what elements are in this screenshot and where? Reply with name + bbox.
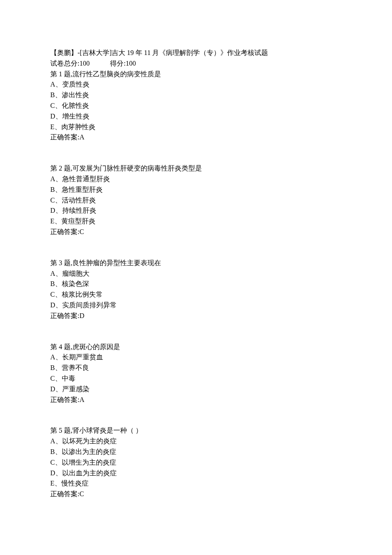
answer-line: 正确答案:D <box>50 311 342 321</box>
answer-value: C <box>79 490 84 497</box>
question-option: D、实质间质排列异常 <box>50 300 342 311</box>
question-option: D、严重感染 <box>50 384 342 395</box>
total-score-label: 试卷总分: <box>50 60 79 67</box>
question-block: 第 1 题,流行性乙型脑炎的病变性质是 A、变质性炎 B、渗出性炎 C、化脓性炎… <box>50 69 342 143</box>
total-score-value: 100 <box>79 60 89 67</box>
obtained-score-label: 得分: <box>110 60 125 67</box>
exam-title: 【奥鹏】-[吉林大学]吉大 19 年 11 月《病理解剖学（专）》作业考核试题 <box>50 48 342 58</box>
question-block: 第 2 题,可发展为门脉性肝硬变的病毒性肝炎类型是 A、急性普通型肝炎 B、急性… <box>50 163 342 237</box>
question-option: B、以渗出为主的炎症 <box>50 447 342 457</box>
question-option: E、慢性炎症 <box>50 478 342 489</box>
question-block: 第 4 题,虎斑心的原因是 A、长期严重贫血 B、营养不良 C、中毒 D、严重感… <box>50 342 342 405</box>
answer-line: 正确答案:A <box>50 132 342 143</box>
question-option: B、渗出性炎 <box>50 90 342 101</box>
question-option: C、活动性肝炎 <box>50 195 342 206</box>
answer-line: 正确答案:A <box>50 395 342 405</box>
obtained-score-value: 100 <box>126 60 136 67</box>
question-option: C、中毒 <box>50 373 342 384</box>
answer-value: A <box>79 396 84 403</box>
question-option: E、肉芽肿性炎 <box>50 122 342 133</box>
question-option: B、核染色深 <box>50 279 342 289</box>
question-option: B、急性重型肝炎 <box>50 185 342 195</box>
question-option: C、核浆比例失常 <box>50 289 342 300</box>
answer-value: A <box>79 133 84 141</box>
question-option: B、营养不良 <box>50 363 342 373</box>
answer-line: 正确答案:C <box>50 227 342 237</box>
answer-value: C <box>79 228 84 235</box>
question-stem: 第 2 题,可发展为门脉性肝硬变的病毒性肝炎类型是 <box>50 163 342 174</box>
question-option: A、长期严重贫血 <box>50 352 342 363</box>
question-stem: 第 3 题,良性肿瘤的异型性主要表现在 <box>50 258 342 269</box>
answer-label: 正确答案: <box>50 490 79 497</box>
answer-label: 正确答案: <box>50 396 79 403</box>
answer-label: 正确答案: <box>50 228 79 235</box>
question-option: A、急性普通型肝炎 <box>50 174 342 185</box>
question-block: 第 3 题,良性肿瘤的异型性主要表现在 A、瘤细胞大 B、核染色深 C、核浆比例… <box>50 258 342 321</box>
question-option: C、以增生为主的炎症 <box>50 457 342 468</box>
question-option: A、瘤细胞大 <box>50 269 342 279</box>
question-option: A、以坏死为主的炎症 <box>50 436 342 447</box>
question-option: D、持续性肝炎 <box>50 205 342 216</box>
question-option: E、黄疸型肝炎 <box>50 216 342 227</box>
answer-value: D <box>79 312 84 319</box>
question-option: D、以出血为主的炎症 <box>50 468 342 479</box>
answer-line: 正确答案:C <box>50 489 342 500</box>
question-option: A、变质性炎 <box>50 79 342 90</box>
question-block: 第 5 题,肾小球肾炎是一种（ ） A、以坏死为主的炎症 B、以渗出为主的炎症 … <box>50 425 342 500</box>
answer-label: 正确答案: <box>50 133 79 141</box>
question-stem: 第 5 题,肾小球肾炎是一种（ ） <box>50 425 342 436</box>
question-option: D、增生性炎 <box>50 111 342 122</box>
answer-label: 正确答案: <box>50 312 79 319</box>
score-line: 试卷总分:100得分:100 <box>50 58 342 69</box>
document-page: 【奥鹏】-[吉林大学]吉大 19 年 11 月《病理解剖学（专）》作业考核试题 … <box>0 0 392 555</box>
question-stem: 第 1 题,流行性乙型脑炎的病变性质是 <box>50 69 342 80</box>
question-option: C、化脓性炎 <box>50 101 342 111</box>
question-stem: 第 4 题,虎斑心的原因是 <box>50 342 342 353</box>
